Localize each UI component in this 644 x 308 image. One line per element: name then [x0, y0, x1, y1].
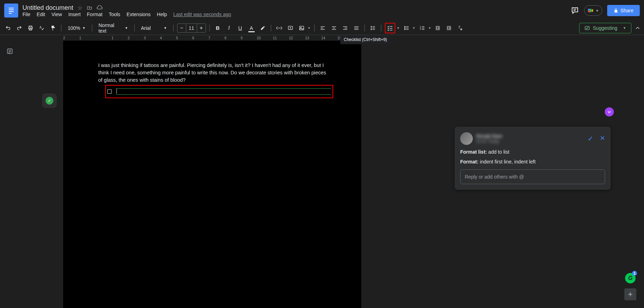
accept-suggestion-badge[interactable]: ✓ [42, 93, 57, 108]
title-area: Untitled document ☆ File Edit View Inser… [22, 4, 231, 17]
svg-point-36 [404, 26, 405, 27]
svg-point-40 [404, 29, 405, 30]
ruler-tick: 8 [224, 36, 227, 40]
check-icon: ✓ [46, 97, 53, 105]
svg-rect-8 [588, 11, 590, 12]
meet-button[interactable]: ▼ [584, 5, 602, 16]
avatar[interactable] [460, 132, 473, 145]
checklist-row-highlight [105, 85, 333, 98]
ruler-tick: 2 [128, 36, 130, 40]
outline-toggle-button[interactable] [6, 48, 13, 55]
svg-rect-16 [300, 26, 304, 30]
explore-button[interactable] [624, 288, 636, 300]
accept-suggestion-button[interactable]: ✓ [588, 134, 593, 143]
docs-logo-icon[interactable] [4, 4, 18, 18]
font-size-decrease[interactable]: − [177, 24, 186, 32]
menu-view[interactable]: View [52, 12, 62, 17]
ruler-tick: 11 [273, 36, 277, 40]
text-color-button[interactable]: A [247, 24, 256, 33]
comment-history-icon[interactable] [571, 6, 579, 15]
indent-increase-button[interactable] [444, 24, 454, 33]
bulleted-list-button[interactable] [402, 24, 411, 33]
checklist-button[interactable] [385, 23, 395, 33]
menu-extensions[interactable]: Extensions [127, 12, 150, 17]
menu-insert[interactable]: Insert [68, 12, 81, 17]
svg-text:A: A [39, 26, 42, 29]
title-bar: Untitled document ☆ File Edit View Inser… [0, 0, 644, 21]
user-presence-badge[interactable]: w [605, 107, 614, 116]
numbered-list-button[interactable]: 123 [418, 24, 427, 33]
tooltip: Checklist (Ctrl+Shift+9) [340, 35, 390, 44]
italic-button[interactable]: I [224, 24, 234, 33]
paint-format-button[interactable] [48, 24, 58, 33]
reject-suggestion-button[interactable]: ✕ [600, 134, 605, 143]
menu-edit[interactable]: Edit [37, 12, 45, 17]
align-right-button[interactable] [341, 24, 350, 33]
redo-button[interactable] [15, 24, 24, 33]
reply-input[interactable]: Reply or add others with @ [460, 169, 605, 184]
last-edit-link[interactable]: Last edit was seconds ago [173, 12, 231, 17]
zoom-select[interactable]: 100%▼ [65, 24, 88, 32]
svg-text:T: T [458, 26, 461, 29]
font-select[interactable]: Arial▼ [138, 24, 170, 32]
svg-text:3: 3 [420, 28, 421, 30]
svg-rect-0 [9, 8, 14, 8]
menu-file[interactable]: File [22, 12, 31, 17]
insert-link-button[interactable] [275, 24, 284, 33]
paragraph-text[interactable]: I was just thinking if tattoos are painf… [98, 62, 326, 84]
menu-help[interactable]: Help [157, 12, 167, 17]
ruler-tick: 13 [305, 36, 309, 40]
numbered-dropdown-icon[interactable]: ▼ [428, 26, 431, 30]
align-left-button[interactable] [318, 24, 327, 33]
underline-button[interactable]: U [236, 24, 245, 33]
editing-mode-label: Suggesting [593, 25, 617, 31]
editing-mode-button[interactable]: Suggesting ▼ [579, 23, 631, 33]
document-page[interactable]: I was just thinking if tattoos are painf… [63, 41, 361, 308]
ruler-tick: 9 [241, 36, 243, 40]
share-button[interactable]: Share [607, 5, 640, 16]
ruler-tick: 4 [160, 36, 162, 40]
checklist-dropdown-icon[interactable]: ▼ [397, 26, 400, 30]
line-spacing-button[interactable] [368, 24, 377, 33]
undo-button[interactable] [4, 24, 13, 33]
clear-format-button[interactable]: T [456, 24, 465, 33]
svg-point-38 [404, 28, 405, 28]
ruler-tick: 1 [79, 36, 81, 40]
move-icon[interactable] [87, 5, 92, 11]
doc-title[interactable]: Untitled document [22, 4, 73, 12]
ruler-tick: 3 [144, 36, 146, 40]
font-size-increase[interactable]: + [197, 24, 206, 32]
align-center-button[interactable] [329, 24, 338, 33]
text-cursor [116, 89, 117, 94]
font-size-input[interactable] [186, 24, 197, 32]
align-justify-button[interactable] [352, 24, 361, 33]
insert-image-button[interactable] [297, 24, 306, 33]
paragraph-style-select[interactable]: Normal text▼ [96, 21, 131, 35]
grammarly-badge[interactable]: G1 [625, 273, 636, 283]
ruler-tick: 10 [257, 36, 261, 40]
svg-rect-3 [9, 13, 12, 14]
indent-decrease-button[interactable] [433, 24, 442, 33]
svg-rect-1 [9, 9, 14, 10]
menu-bar: File Edit View Insert Format Tools Exten… [22, 12, 231, 17]
suggestion-line-2: Format: indent first line, indent left [460, 159, 605, 165]
svg-rect-2 [9, 11, 14, 12]
cloud-status-icon[interactable] [96, 5, 103, 10]
ruler[interactable]: 2112345678910111213141516 [63, 35, 361, 41]
checklist-text-input[interactable] [116, 88, 331, 95]
bullet-dropdown-icon[interactable]: ▼ [412, 26, 416, 30]
menu-tools[interactable]: Tools [109, 12, 120, 17]
highlight-button[interactable] [258, 24, 267, 33]
font-size-control: − + [177, 24, 206, 33]
menu-format[interactable]: Format [87, 12, 102, 17]
checkbox-icon[interactable] [107, 89, 112, 94]
bold-button[interactable]: B [213, 24, 222, 33]
toolbar: A 100%▼ Normal text▼ Arial▼ − + B I U A … [0, 21, 644, 35]
add-comment-button[interactable] [286, 24, 295, 33]
suggestion-timestamp: 01:41 Today [476, 139, 502, 144]
collapse-toolbar-button[interactable] [635, 25, 640, 31]
image-dropdown-icon[interactable]: ▼ [308, 26, 311, 30]
star-icon[interactable]: ☆ [78, 5, 82, 11]
print-button[interactable] [26, 24, 35, 33]
spellcheck-button[interactable]: A [37, 24, 46, 33]
